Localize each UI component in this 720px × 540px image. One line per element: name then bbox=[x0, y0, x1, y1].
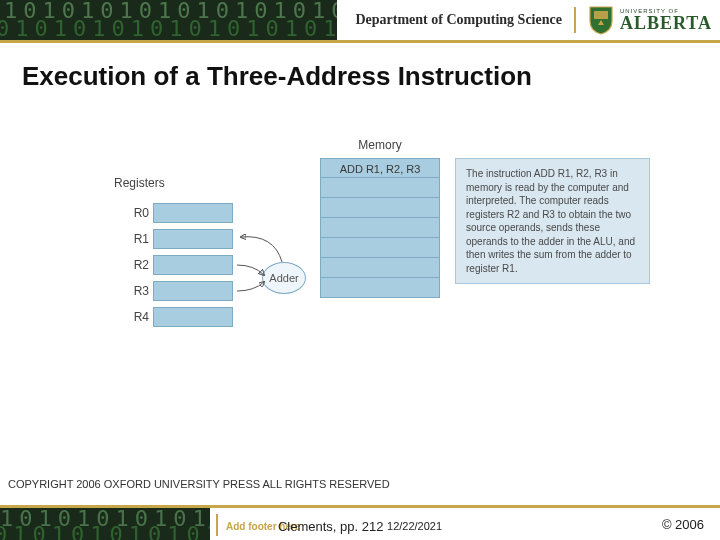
footer-center: Clements, pp. 212 12/22/2021 bbox=[0, 519, 720, 534]
department-label: Department of Computing Science bbox=[355, 12, 561, 28]
footer-date: 12/22/2021 bbox=[387, 520, 442, 532]
header-binary-art bbox=[0, 0, 337, 40]
university-logo: UNIVERSITY OF ALBERTA bbox=[588, 5, 712, 35]
header-divider bbox=[574, 7, 576, 33]
footer-copyright: © 2006 bbox=[662, 517, 704, 532]
diagram: Registers R0R1R2R3R4 Memory ADD R1, R2, … bbox=[60, 130, 660, 390]
footer: Add footer here Clements, pp. 212 12/22/… bbox=[0, 500, 720, 540]
oxford-copyright: COPYRIGHT 2006 OXFORD UNIVERSITY PRESS A… bbox=[8, 478, 390, 490]
page-title: Execution of a Three-Address Instruction bbox=[0, 43, 720, 102]
svg-rect-0 bbox=[594, 11, 608, 19]
explanation-box: The instruction ADD R1, R2, R3 in memory… bbox=[455, 158, 650, 284]
shield-icon bbox=[588, 5, 614, 35]
header-right: Department of Computing Science UNIVERSI… bbox=[337, 0, 720, 40]
footer-clements: Clements, pp. 212 bbox=[278, 519, 384, 534]
header: Department of Computing Science UNIVERSI… bbox=[0, 0, 720, 40]
university-big-text: ALBERTA bbox=[620, 14, 712, 32]
